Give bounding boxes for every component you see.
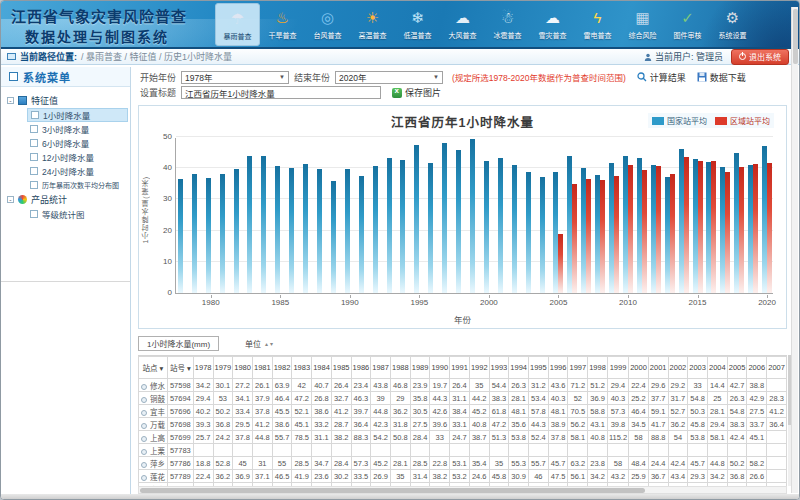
toolbar-item-snow-survey[interactable]: ☁雪灾普查: [530, 3, 575, 46]
x-tick-label: 1985: [266, 298, 294, 307]
toolbar-item-system-settings[interactable]: ⚙系统设置: [710, 3, 755, 46]
column-header-station[interactable]: 站点 ▾: [139, 357, 168, 379]
column-header-year[interactable]: 1982: [272, 357, 292, 379]
column-header-year[interactable]: 2003: [688, 357, 708, 379]
value-cell: 34.1: [233, 392, 253, 405]
column-header-year[interactable]: 1981: [252, 357, 272, 379]
column-header-year[interactable]: 1989: [410, 357, 430, 379]
table-row[interactable]: 莲花5778922.436.236.937.146.541.923.630.23…: [139, 470, 787, 483]
checkbox-icon[interactable]: [30, 139, 38, 147]
app-window: 江西省气象灾害风险普查 数据处理与制图系统 ☂暴雨普查♨干旱普查◎台风普查☀高温…: [0, 0, 800, 500]
toolbar-item-map-review[interactable]: ✓图件审核: [665, 3, 710, 46]
column-header-year[interactable]: 1996: [548, 357, 568, 379]
logout-button[interactable]: 退出系统: [731, 49, 789, 65]
sidebar-group-product-statistics[interactable]: -产品统计: [7, 192, 128, 207]
column-header-year[interactable]: 1980: [233, 357, 253, 379]
table-horizontal-scrollbar[interactable]: [138, 486, 787, 494]
checkbox-icon[interactable]: [30, 125, 38, 133]
calculate-button[interactable]: 计算结果: [637, 71, 686, 84]
value-type-filter[interactable]: 1小时降水量(mm): [138, 336, 219, 351]
toolbar-item-drought-survey[interactable]: ♨干旱普查: [260, 3, 305, 46]
y-tick-label: 20: [150, 226, 172, 235]
sidebar-item-24小时降水量[interactable]: 24小时降水量: [27, 164, 128, 178]
table-row[interactable]: 上高5769925.724.237.844.855.778.531.138.28…: [139, 431, 787, 444]
column-header-year[interactable]: 1978: [193, 357, 213, 379]
value-cell: 56.2: [568, 418, 588, 431]
download-button[interactable]: 数据下载: [697, 71, 746, 84]
table-hscroll-thumb[interactable]: [140, 488, 645, 493]
value-cell: 52: [568, 392, 588, 405]
column-header-year[interactable]: 2001: [648, 357, 668, 379]
checkbox-icon[interactable]: [31, 111, 39, 119]
table-row[interactable]: 萍乡5778618.852.845315528.534.728.457.345.…: [139, 457, 787, 470]
column-header-year[interactable]: 2005: [727, 357, 747, 379]
value-cell: 29.4: [607, 379, 628, 392]
column-header-year[interactable]: 1983: [292, 357, 312, 379]
sidebar-group-feature-values[interactable]: -特征值: [7, 93, 128, 108]
value-cell: [469, 444, 489, 457]
column-header-year[interactable]: 2000: [629, 357, 649, 379]
toolbar-item-label: 雷电普查: [584, 30, 612, 40]
column-header-year[interactable]: 1990: [430, 357, 450, 379]
column-header-year[interactable]: 1985: [331, 357, 351, 379]
start-year-select[interactable]: 1978年▼: [181, 71, 289, 84]
toolbar-item-comprehensive-risk[interactable]: ▦综合风险: [620, 3, 665, 46]
toolbar-item-typhoon-survey[interactable]: ◎台风普查: [305, 3, 350, 46]
column-header-year[interactable]: 1987: [371, 357, 391, 379]
toolbar-item-low-temp-survey[interactable]: ❄低温普查: [395, 3, 440, 46]
expander-icon[interactable]: -: [7, 97, 14, 104]
page-vertical-scrollbar[interactable]: [791, 7, 798, 493]
toolbar-item-wind-survey[interactable]: ☁大风普查: [440, 3, 485, 46]
column-header-year[interactable]: 1993: [489, 357, 509, 379]
table-row[interactable]: 上栗57783: [139, 444, 787, 457]
table-row[interactable]: 万载5769839.336.829.541.238.645.133.228.73…: [139, 418, 787, 431]
column-header-year[interactable]: 2006: [747, 357, 767, 379]
end-year-select[interactable]: 2020年▼: [335, 71, 443, 84]
value-cell: 47.5: [548, 470, 568, 483]
page-vscroll-thumb[interactable]: [793, 9, 798, 64]
column-header-year[interactable]: 1979: [213, 357, 233, 379]
checkbox-icon[interactable]: [30, 181, 38, 189]
table-row[interactable]: 宜丰5769640.250.233.437.845.552.138.641.23…: [139, 405, 787, 418]
sidebar-item-12小时降水量[interactable]: 12小时降水量: [27, 150, 128, 164]
unit-filter[interactable]: 单位 ▴▾: [245, 338, 275, 349]
chart-title-input[interactable]: [181, 86, 381, 99]
expander-icon[interactable]: -: [7, 196, 14, 203]
column-header-year[interactable]: 1984: [312, 357, 332, 379]
table-row[interactable]: 修水5759834.230.127.226.163.94240.726.423.…: [139, 379, 787, 392]
sidebar-item-1小时降水量[interactable]: 1小时降水量: [27, 108, 128, 122]
checkbox-icon[interactable]: [30, 153, 38, 161]
checkbox-icon[interactable]: [30, 167, 38, 175]
sidebar-item-6小时降水量[interactable]: 6小时降水量: [27, 136, 128, 150]
save-image-button[interactable]: 保存图片: [392, 86, 441, 99]
column-header-year[interactable]: 1999: [607, 357, 628, 379]
column-header-station-id[interactable]: 站号 ▾: [167, 357, 193, 379]
column-header-year[interactable]: 1994: [509, 357, 529, 379]
checkbox-icon[interactable]: [30, 210, 38, 218]
value-cell: 58.2: [747, 457, 767, 470]
value-cell: 45.7: [548, 457, 568, 470]
bar-national-1994: [400, 160, 405, 293]
column-header-year[interactable]: 1988: [390, 357, 410, 379]
station-dot-icon: [141, 397, 147, 403]
column-header-year[interactable]: 2004: [707, 357, 727, 379]
column-header-year[interactable]: 1986: [351, 357, 371, 379]
toolbar-item-hail-survey[interactable]: ☃冰雹普查: [485, 3, 530, 46]
column-header-year[interactable]: 1998: [588, 357, 608, 379]
hail-survey-icon: ☃: [495, 5, 521, 29]
sidebar-item-3小时降水量[interactable]: 3小时降水量: [27, 122, 128, 136]
column-header-year[interactable]: 2002: [668, 357, 688, 379]
column-header-year[interactable]: 2007: [767, 357, 787, 379]
toolbar-item-lightning-survey[interactable]: ϟ雷电普查: [575, 3, 620, 46]
legend-swatch: [652, 117, 664, 125]
sidebar-item-历年暴雨次数平均分布图[interactable]: 历年暴雨次数平均分布图: [27, 178, 128, 192]
column-header-year[interactable]: 1991: [450, 357, 470, 379]
table-row[interactable]: 铜鼓5769429.45334.137.946.447.226.832.746.…: [139, 392, 787, 405]
toolbar-item-rainstorm-survey[interactable]: ☂暴雨普查: [215, 3, 260, 46]
column-header-year[interactable]: 1992: [469, 357, 489, 379]
sidebar-item-等级统计图[interactable]: 等级统计图: [27, 207, 128, 221]
column-header-year[interactable]: 1995: [529, 357, 549, 379]
station-name-cell: 莲花: [139, 470, 168, 483]
column-header-year[interactable]: 1997: [568, 357, 588, 379]
toolbar-item-high-temp-survey[interactable]: ☀高温普查: [350, 3, 395, 46]
